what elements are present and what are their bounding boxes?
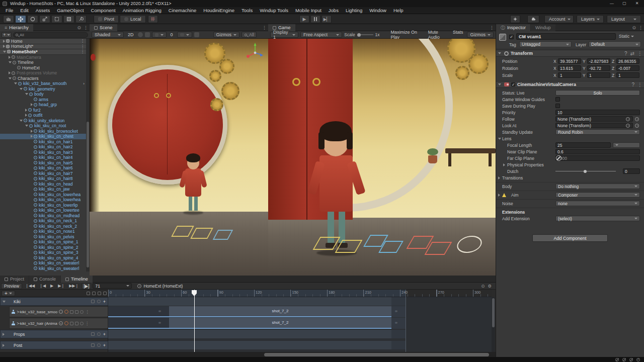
hierarchy-item-homeext[interactable]: HomeExt <box>0 65 86 71</box>
tab-timeline[interactable]: Timeline <box>61 276 93 283</box>
hierarchy-item-kiki-sku-browsocket[interactable]: kiki_sku_browsocket <box>0 129 86 134</box>
pin-icon[interactable] <box>70 322 73 325</box>
track-group-post[interactable]: Post+ <box>0 341 108 349</box>
scene-search-input[interactable]: All <box>242 32 257 38</box>
look-at-object-field[interactable]: None (Transform) <box>555 123 633 128</box>
toggle-maximize-on-play[interactable]: Maximize On Play <box>389 30 426 40</box>
foldout-icon[interactable] <box>9 71 11 74</box>
hierarchy-item-kiki-sku-cn-spine-1[interactable]: kiki_sku_cn_spine_1 <box>0 239 86 245</box>
hierarchy-item-outfit[interactable]: outfit <box>0 113 86 118</box>
timeline-clip-area[interactable]: 0306090120150180210240270300 shot_7_2∞∞s… <box>108 290 492 352</box>
position-z-field[interactable]: 26.86355 <box>616 58 639 64</box>
foldout-icon[interactable] <box>25 109 27 112</box>
hierarchy-item-kiki-sku-cn-hair1[interactable]: kiki_sku_cn_hair1 <box>0 139 86 145</box>
draw-mode-dropdown[interactable]: Shaded <box>92 32 124 38</box>
group-foldout-icon[interactable] <box>3 301 6 303</box>
scale-x-field[interactable]: 1 <box>558 72 581 78</box>
hierarchy-item-body[interactable]: body <box>0 92 86 97</box>
hierarchy-item-characters[interactable]: Characters <box>0 76 86 81</box>
step-button[interactable]: ▶▏ <box>321 15 332 23</box>
scale-y-field[interactable]: 1 <box>587 72 610 78</box>
hierarchy-item-kiki-geometry[interactable]: kiki_geometry <box>0 86 86 92</box>
effects-dropdown[interactable] <box>152 32 167 38</box>
hierarchy-item-kiki-sku-cn-hair2[interactable]: kiki_sku_cn_hair2 <box>0 144 86 150</box>
pause-button[interactable] <box>310 15 320 23</box>
add-in-group-button[interactable]: + <box>103 332 106 337</box>
menu-windup-tools[interactable]: Windup Tools <box>256 7 292 14</box>
cloud-icon[interactable] <box>527 15 539 23</box>
far-clip-plane-field[interactable]: 5000 <box>555 155 640 161</box>
curves-view-icon[interactable] <box>87 292 90 295</box>
body-dropdown[interactable]: Do nothing <box>555 184 640 189</box>
help-icon[interactable]: ? <box>631 82 634 87</box>
hierarchy-item-kiki-unity-skeleton[interactable]: kiki_unity_skeleton <box>0 118 86 124</box>
presets-icon[interactable]: ⇄ <box>630 51 634 56</box>
hierarchy-item-kiki-sku-cn-lowerhea[interactable]: kiki_sku_cn_lowerhea <box>0 192 86 198</box>
timeline-vertical-scrollbar[interactable] <box>492 297 495 352</box>
add-in-group-button[interactable]: + <box>103 343 106 348</box>
track-menu-icon[interactable]: ⋮ <box>85 321 89 326</box>
menu-jobs[interactable]: Jobs <box>325 7 342 14</box>
menu-help[interactable]: Help <box>390 7 407 14</box>
gameobject-name-field[interactable]: CM vcam1 <box>516 33 616 40</box>
preview-toggle[interactable]: Preview <box>1 283 22 289</box>
hierarchy-item-kiki-sku-cn-lowertee[interactable]: kiki_sku_cn_lowertee <box>0 208 86 213</box>
eye-icon[interactable] <box>97 332 101 336</box>
scene-orientation-gizmo[interactable] <box>245 42 265 62</box>
menu-cinemachine[interactable]: Cinemachine <box>165 7 200 14</box>
component-menu-icon[interactable]: ⋮ <box>637 82 642 87</box>
rect-tool-icon[interactable] <box>51 15 62 23</box>
tab-inspector[interactable]: ⓘInspector <box>496 24 530 31</box>
menu-gameobject[interactable]: GameObject <box>53 7 87 14</box>
toggle-mute-audio[interactable]: Mute Audio <box>426 30 451 40</box>
prev-frame-button[interactable]: ❘◀ <box>38 284 47 288</box>
play-button[interactable]: ▶ <box>299 15 309 23</box>
gizmos-dropdown[interactable]: Gizmos <box>213 32 240 38</box>
menu-assets[interactable]: Assets <box>32 7 54 14</box>
compile-status-icon[interactable] <box>636 358 640 361</box>
foldout-icon[interactable] <box>20 88 23 90</box>
tab-project[interactable]: Project <box>0 276 29 283</box>
collab-status-icon[interactable] <box>622 358 626 361</box>
mute-icon[interactable] <box>91 343 95 347</box>
hierarchy-search-input[interactable]: All <box>13 32 88 38</box>
hierarchy-item-arms[interactable]: arms <box>0 97 86 103</box>
tab-scene[interactable]: Scene <box>90 24 117 31</box>
save-during-play-checkbox[interactable] <box>555 104 560 108</box>
2d-toggle[interactable]: 2D <box>126 32 136 37</box>
timeline-horizontal-scrollbar[interactable] <box>0 352 496 357</box>
object-picker-button[interactable] <box>635 124 639 128</box>
hierarchy-item-kiki-sku-cn-neck-1[interactable]: kiki_sku_cn_neck_1 <box>0 218 86 224</box>
hierarchy-item-kiki-sku-cn-hair5[interactable]: kiki_sku_cn_hair5 <box>0 160 86 166</box>
eye-icon[interactable] <box>80 322 84 325</box>
foldout-icon[interactable] <box>498 138 501 140</box>
hierarchy-item-kiki-sku-cn-sweaterl[interactable]: kiki_sku_cn_sweaterl <box>0 266 86 272</box>
noise-dropdown[interactable]: none <box>555 201 640 206</box>
hierarchy-item-fur2[interactable]: fur2 <box>0 108 86 113</box>
hierarchy-item-kiki-sku-cn-hair3[interactable]: kiki_sku_cn_hair3 <box>0 150 86 155</box>
hierarchy-item-kiki-sku-cn-head[interactable]: kiki_sku_cn_head <box>0 182 86 187</box>
edit-mode-replace-icon[interactable] <box>103 292 107 295</box>
dutch-field[interactable]: 0 <box>623 168 640 174</box>
hierarchy-item-kiki-sku-cn-spine-3[interactable]: kiki_sku_cn_spine_3 <box>0 250 86 255</box>
track-group-props[interactable]: Props+ <box>0 330 108 338</box>
add-track-button[interactable]: + <box>2 291 15 296</box>
foldout-icon[interactable] <box>31 130 33 133</box>
maximize-button[interactable]: ▢ <box>618 0 630 7</box>
lock-icon[interactable]: ⊙ <box>632 25 636 31</box>
camera-settings-dropdown[interactable] <box>177 32 192 38</box>
tag-dropdown[interactable]: Untagged <box>519 41 572 47</box>
foldout-icon[interactable] <box>25 125 28 127</box>
component-enabled-checkbox[interactable]: ✓ <box>511 82 515 86</box>
layers-dropdown[interactable]: Layers <box>577 15 604 23</box>
timeline-settings-icon[interactable]: ⚙ <box>488 284 492 289</box>
game-window-guides-checkbox[interactable] <box>555 97 560 102</box>
hierarchy-item-maincamera[interactable]: MainCamera <box>0 55 86 60</box>
pivot-toggle[interactable]: Pivot <box>94 15 119 23</box>
scene-menu-icon[interactable]: ⋮ <box>80 39 85 43</box>
aim-dropdown[interactable]: Composer <box>555 192 640 198</box>
hierarchy-item-kiki-sku-cn-jaw[interactable]: kiki_sku_cn_jaw <box>0 187 86 192</box>
vcam-component-header[interactable]: ✓ CinemachineVirtualCamera ?⋮ <box>496 81 644 88</box>
minimize-button[interactable]: — <box>606 0 618 7</box>
eye-icon[interactable] <box>97 343 101 347</box>
